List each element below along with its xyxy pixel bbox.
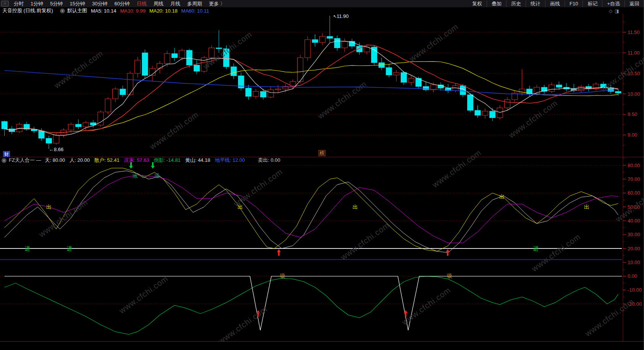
candle-body bbox=[164, 53, 170, 63]
series-卖出 bbox=[5, 276, 622, 331]
candle-body bbox=[209, 48, 214, 58]
candle-body bbox=[127, 73, 133, 95]
candle-body bbox=[600, 84, 606, 88]
ma-value: MA10: 9.99 bbox=[120, 8, 146, 14]
signal-进: 进 bbox=[67, 245, 72, 252]
trading-app-window: › 分时1分钟5分钟15分钟30分钟60分钟日线周线月线多周期更多 〉 复权叠加… bbox=[0, 0, 644, 350]
price-axis-label: 10.00 bbox=[628, 91, 640, 97]
candle-body bbox=[371, 47, 377, 63]
diamond-icon[interactable]: ◇ bbox=[609, 8, 615, 14]
ma-value: MA5: 10.14 bbox=[91, 8, 117, 14]
menu-item-60分钟[interactable]: 60分钟 bbox=[111, 0, 133, 7]
chart-corner-icons: ◇◨ bbox=[609, 8, 621, 14]
tool-button-历史[interactable]: 历史 bbox=[506, 0, 526, 7]
indicator-chart[interactable]: 出出出出出进进进吸吸减减80.0070.0060.0050.0040.0030.… bbox=[0, 157, 644, 341]
tool-button-叠加[interactable]: 叠加 bbox=[487, 0, 506, 7]
candle-body bbox=[83, 123, 89, 127]
high-price-annotation: ↖11.90 bbox=[333, 13, 349, 19]
ma5-line bbox=[5, 41, 618, 135]
tool-button-标记[interactable]: 标记 bbox=[583, 0, 602, 7]
candles-group bbox=[2, 16, 621, 149]
main-candlestick-chart[interactable]: 11.5011.0010.5010.009.509.00 bbox=[0, 14, 644, 157]
price-axis-label: 10.50 bbox=[628, 71, 640, 76]
event-badge-finance[interactable]: 财 bbox=[3, 151, 10, 157]
candle-body bbox=[275, 89, 281, 90]
tool-button-+自选[interactable]: +自选 bbox=[602, 0, 625, 7]
candle-body bbox=[408, 78, 414, 82]
menu-item-1分钟[interactable]: 1分钟 bbox=[27, 0, 47, 7]
candle-body bbox=[475, 110, 481, 115]
candle-body bbox=[468, 95, 473, 110]
candle-body bbox=[172, 53, 177, 58]
signal-出: 出 bbox=[499, 194, 505, 200]
candle-body bbox=[68, 124, 74, 130]
chart-info-bar: 天音控股 (日线.前复权) ∨ 默认主图 MA5: 10.14MA10: 9.9… bbox=[0, 7, 644, 14]
tool-button-返回[interactable]: 返回 bbox=[625, 0, 644, 7]
indicator-axis-label: 0.00 bbox=[628, 273, 637, 279]
candle-body bbox=[194, 65, 199, 71]
candle-body bbox=[2, 121, 7, 129]
candle-body bbox=[261, 92, 266, 97]
indicator-axis-label: 60.00 bbox=[628, 190, 640, 196]
candle-body bbox=[142, 53, 148, 75]
candle-body bbox=[120, 89, 126, 95]
candle-body bbox=[401, 73, 406, 82]
candle-body bbox=[268, 90, 273, 97]
menu-item-分时[interactable]: 分时 bbox=[10, 0, 27, 7]
indicator-axis-label: 20.00 bbox=[628, 246, 640, 252]
candle-body bbox=[312, 40, 318, 43]
candle-body bbox=[534, 87, 540, 94]
series-庄家 bbox=[5, 175, 618, 243]
candle-body bbox=[615, 92, 621, 93]
tool-button-统计[interactable]: 统计 bbox=[526, 0, 545, 7]
panel-toggle-icon[interactable]: › bbox=[1, 1, 9, 6]
main-chart-dropdown-icon[interactable]: ∨ bbox=[60, 8, 65, 13]
menu-item-多周期[interactable]: 多周期 bbox=[184, 0, 205, 7]
menu-item-15分钟[interactable]: 15分钟 bbox=[66, 0, 88, 7]
candle-body bbox=[549, 85, 555, 91]
ma-readout: MA5: 10.14MA10: 9.99MA20: 10.18MA60: 10.… bbox=[91, 8, 213, 14]
menu-item-周线[interactable]: 周线 bbox=[150, 0, 167, 7]
tool-button-画线[interactable]: 画线 bbox=[545, 0, 565, 7]
indicator-axis-label: 30.00 bbox=[628, 232, 640, 237]
tool-button-复权[interactable]: 复权 bbox=[468, 0, 487, 7]
menu-item-5分钟[interactable]: 5分钟 bbox=[47, 0, 66, 7]
indicator-axis-label: 70.00 bbox=[628, 176, 640, 182]
ma10-line bbox=[5, 45, 618, 133]
candle-body bbox=[334, 39, 340, 48]
main-chart-label[interactable]: 默认主图 bbox=[67, 7, 87, 14]
menu-item-更多 〉[interactable]: 更多 〉 bbox=[205, 0, 229, 7]
price-axis-label: 9.50 bbox=[628, 111, 637, 117]
tool-button-F10[interactable]: F10 bbox=[565, 1, 583, 6]
price-axis-label: 9.00 bbox=[628, 132, 637, 138]
candle-body bbox=[46, 138, 52, 143]
signal-出: 出 bbox=[584, 204, 589, 210]
candle-body bbox=[342, 41, 348, 48]
up-left-arrow-icon: ↖ bbox=[333, 14, 337, 19]
menu-item-日线[interactable]: 日线 bbox=[133, 0, 150, 7]
price-axis-label: 11.50 bbox=[628, 29, 640, 35]
signal-进: 进 bbox=[25, 245, 30, 252]
series-散户 bbox=[5, 168, 618, 251]
candle-body bbox=[246, 88, 251, 97]
menu-item-30分钟[interactable]: 30分钟 bbox=[89, 0, 111, 7]
candle-body bbox=[482, 111, 488, 115]
candle-body bbox=[53, 135, 59, 144]
candle-body bbox=[105, 99, 111, 112]
signal-出: 出 bbox=[46, 204, 52, 210]
ma-value: MA20: 10.18 bbox=[149, 8, 178, 14]
event-badge-list[interactable]: 榜 bbox=[319, 150, 325, 156]
candle-body bbox=[504, 100, 510, 108]
candle-body bbox=[393, 73, 399, 75]
ma20-line bbox=[5, 61, 618, 133]
series-黄山 bbox=[5, 171, 618, 253]
price-axis-label: 11.00 bbox=[628, 50, 640, 56]
signal-吸: 吸 bbox=[447, 273, 452, 279]
series-倒影 bbox=[5, 276, 618, 335]
candle-body bbox=[320, 36, 325, 42]
menu-item-月线[interactable]: 月线 bbox=[167, 0, 184, 7]
candle-body bbox=[223, 49, 229, 67]
signal-进: 进 bbox=[533, 245, 539, 252]
split-pane-icon[interactable]: ◨ bbox=[615, 8, 621, 14]
candle-body bbox=[556, 85, 562, 87]
